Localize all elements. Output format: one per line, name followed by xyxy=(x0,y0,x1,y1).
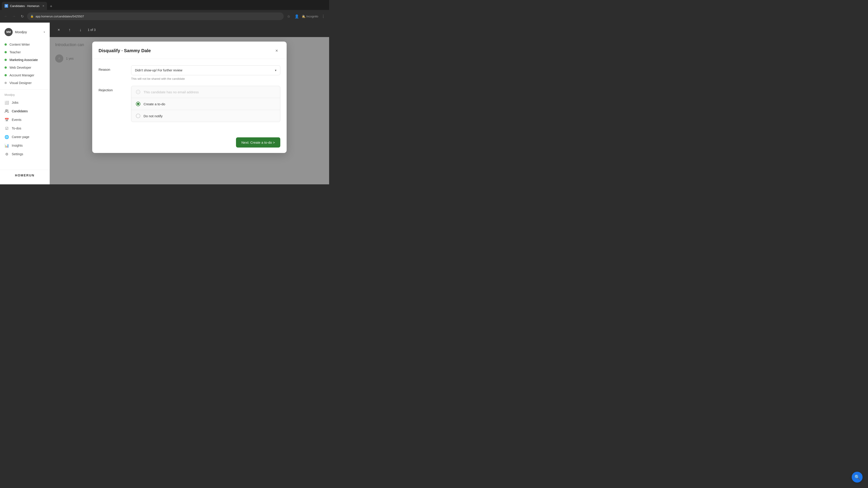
menu-button[interactable]: ⋮ xyxy=(320,13,327,20)
reason-select[interactable]: Didn't show-up/ For further review ▾ xyxy=(131,65,280,75)
todos-icon: ☑ xyxy=(4,126,9,131)
jobs-section: Content Writer Teacher Marketing Associa… xyxy=(0,40,50,88)
reason-row: Reason Didn't show-up/ For further revie… xyxy=(98,65,280,80)
modal-header: Disqualify · Sammy Dale × xyxy=(92,41,287,59)
incognito-indicator: 🕵 Incognito xyxy=(302,15,318,18)
disqualify-modal: Disqualify · Sammy Dale × Reason Didn't … xyxy=(92,41,287,153)
down-button[interactable]: ↓ xyxy=(77,26,84,33)
rejection-field: This candidate has no email address Crea… xyxy=(131,86,280,122)
sidebar-item-content-writer[interactable]: Content Writer xyxy=(0,41,50,48)
bookmark-button[interactable]: ☆ xyxy=(285,13,292,20)
sidebar-item-insights[interactable]: 📊 Insights xyxy=(0,141,50,150)
modal-close-button[interactable]: × xyxy=(273,47,280,54)
nav-label: Insights xyxy=(12,144,23,147)
address-bar[interactable]: 🔒 app.homerun.co/candidates/5425507 xyxy=(27,12,284,20)
user-menu[interactable]: MM Moodjoy ▾ xyxy=(0,26,50,40)
svg-point-0 xyxy=(6,109,7,111)
radio-no-email xyxy=(136,90,141,94)
nav-right-controls: ☆ 👤 🕵 Incognito ⋮ xyxy=(285,13,327,20)
rejection-option-create-todo[interactable]: Create a to-do xyxy=(131,98,280,110)
rejection-option-label: Create a to-do xyxy=(144,102,165,106)
tab-close-button[interactable]: × xyxy=(42,4,44,8)
job-dot xyxy=(4,82,7,84)
sidebar-item-visual-designer[interactable]: Visual Designer xyxy=(0,79,50,87)
reason-field: Didn't show-up/ For further review ▾ Thi… xyxy=(131,65,280,80)
sidebar-item-account-manager[interactable]: Account Manager xyxy=(0,71,50,79)
jobs-icon: ⬜ xyxy=(4,100,9,105)
incognito-icon: 🕵 xyxy=(302,15,305,18)
modal-title: Disqualify · Sammy Dale xyxy=(98,48,151,53)
radio-create-todo xyxy=(136,102,141,106)
job-dot xyxy=(4,51,7,53)
career-icon: 🌐 xyxy=(4,135,9,139)
candidates-icon xyxy=(4,109,9,113)
nav-label: Career page xyxy=(12,135,29,139)
sidebar-item-candidates[interactable]: Candidates xyxy=(0,107,50,116)
user-name: Moodjoy xyxy=(15,30,27,34)
insights-icon: 📊 xyxy=(4,143,9,148)
nav-label: Events xyxy=(12,118,22,122)
next-button[interactable]: Next: Create a to-do > xyxy=(236,137,280,148)
url-text: app.homerun.co/candidates/5425507 xyxy=(35,15,84,18)
rejection-options-box: This candidate has no email address Crea… xyxy=(131,86,280,122)
sidebar-item-settings[interactable]: ⚙ Settings xyxy=(0,150,50,158)
main-body: Introduction can A 1 yes Disqualify · Sa… xyxy=(50,37,329,184)
modal-body: Reason Didn't show-up/ For further revie… xyxy=(92,59,287,134)
rejection-row: Rejection This candidate has no email ad… xyxy=(98,86,280,122)
up-button[interactable]: ↑ xyxy=(66,26,73,33)
lock-icon: 🔒 xyxy=(30,15,34,18)
sidebar-item-career-page[interactable]: 🌐 Career page xyxy=(0,133,50,141)
chevron-down-icon: ▾ xyxy=(275,68,276,72)
nav-label: Jobs xyxy=(12,101,19,104)
rejection-option-no-email: This candidate has no email address xyxy=(131,86,280,98)
settings-icon: ⚙ xyxy=(4,152,9,156)
job-label: Teacher xyxy=(9,51,21,54)
pagination: 1 of 3 xyxy=(88,28,96,32)
modal-footer: Next: Create a to-do > xyxy=(92,134,287,153)
sidebar-item-jobs[interactable]: ⬜ Jobs xyxy=(0,98,50,107)
close-button[interactable]: × xyxy=(55,26,62,33)
nav-label: Candidates xyxy=(12,109,28,113)
job-dot xyxy=(4,59,7,61)
avatar: MM xyxy=(4,28,13,36)
job-dot xyxy=(4,66,7,69)
sidebar-item-web-developer[interactable]: Web Developer xyxy=(0,64,50,71)
rejection-option-label: This candidate has no email address xyxy=(144,90,199,94)
forward-button[interactable]: → xyxy=(11,13,17,20)
profile-button[interactable]: 👤 xyxy=(293,13,300,20)
job-label: Visual Designer xyxy=(9,81,32,85)
tab-favicon: H xyxy=(4,4,8,8)
sidebar-bottom: HOMERUN xyxy=(0,170,50,181)
tab-bar: H Candidates · Homerun × + xyxy=(0,0,329,10)
active-tab[interactable]: H Candidates · Homerun × xyxy=(2,2,47,10)
job-label: Content Writer xyxy=(9,43,30,46)
tab-title: Candidates · Homerun xyxy=(10,4,39,8)
rejection-label: Rejection xyxy=(98,86,126,92)
main-toolbar: × ↑ ↓ 1 of 3 xyxy=(50,23,329,37)
sidebar-item-teacher[interactable]: Teacher xyxy=(0,48,50,56)
new-tab-button[interactable]: + xyxy=(48,3,54,9)
reload-button[interactable]: ↻ xyxy=(19,13,25,20)
app-container: MM Moodjoy ▾ Content Writer Teacher Mark… xyxy=(0,23,329,184)
back-button[interactable]: ← xyxy=(3,13,9,20)
sidebar-item-marketing-associate[interactable]: Marketing Associate xyxy=(0,56,50,64)
sidebar-item-events[interactable]: 📅 Events xyxy=(0,116,50,124)
nav-section: ⬜ Jobs Candidates 📅 Events xyxy=(0,97,50,159)
homerun-logo: HOMERUN xyxy=(4,173,45,177)
sidebar-item-todos[interactable]: ☑ To-dos xyxy=(0,124,50,133)
reason-select-wrapper: Didn't show-up/ For further review ▾ xyxy=(131,65,280,75)
reason-label: Reason xyxy=(98,65,126,71)
job-label: Marketing Associate xyxy=(9,58,38,62)
rejection-option-do-not-notify[interactable]: Do not notify xyxy=(131,110,280,122)
main-content: × ↑ ↓ 1 of 3 Introduction can A 1 yes D xyxy=(50,23,329,184)
job-label: Web Developer xyxy=(9,66,31,69)
job-label: Account Manager xyxy=(9,73,34,77)
job-dot xyxy=(4,74,7,76)
browser-chrome: H Candidates · Homerun × + ← → ↻ 🔒 app.h… xyxy=(0,0,329,23)
reason-value: Didn't show-up/ For further review xyxy=(135,68,182,72)
chevron-down-icon: ▾ xyxy=(43,31,45,34)
section-label: Moodjoy xyxy=(0,92,50,97)
nav-label: Settings xyxy=(12,152,23,156)
events-icon: 📅 xyxy=(4,118,9,122)
incognito-label: Incognito xyxy=(306,15,318,18)
